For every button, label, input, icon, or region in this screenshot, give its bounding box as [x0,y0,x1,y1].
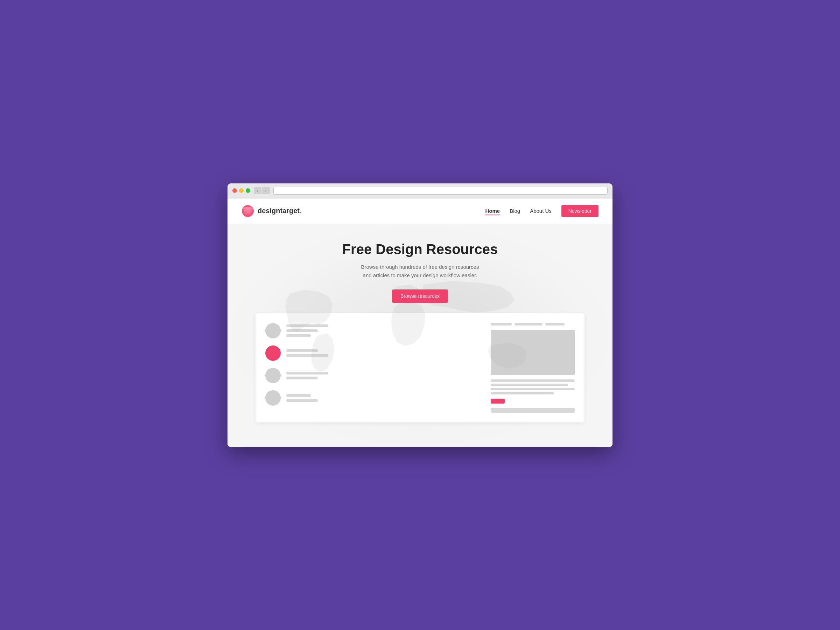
browser-window: ‹ › designtarget. Home B [227,183,613,447]
nav-buttons: ‹ › [254,187,270,194]
hero-title: Free Design Resources [242,242,598,257]
browser-content: designtarget. Home Blog About Us Newslet… [227,199,613,447]
address-bar[interactable] [273,187,608,194]
browse-resources-button[interactable]: Browse resources [392,289,448,303]
svg-point-3 [243,211,252,213]
maximize-button[interactable] [246,188,250,193]
traffic-lights [232,188,250,193]
nav-links: Home Blog About Us Newsletter [485,205,598,217]
logo-area: designtarget. [242,205,302,217]
nav-link-about[interactable]: About Us [530,208,552,214]
nav-link-blog[interactable]: Blog [510,208,520,214]
hero-section: Free Design Resources Browse through hun… [227,224,613,447]
newsletter-button[interactable]: Newsletter [561,205,598,217]
logo-icon [242,205,254,217]
navbar: designtarget. Home Blog About Us Newslet… [227,199,613,224]
minimize-button[interactable] [239,188,243,193]
back-button[interactable]: ‹ [254,187,261,194]
nav-link-home[interactable]: Home [485,208,500,214]
hero-subtitle: Browse through hundreds of free design r… [242,263,598,279]
world-map-background [227,224,613,447]
svg-point-4 [244,212,251,214]
forward-button[interactable]: › [262,187,270,194]
close-button[interactable] [232,188,237,193]
logo-text: designtarget. [257,207,302,215]
browser-chrome: ‹ › [227,183,613,199]
